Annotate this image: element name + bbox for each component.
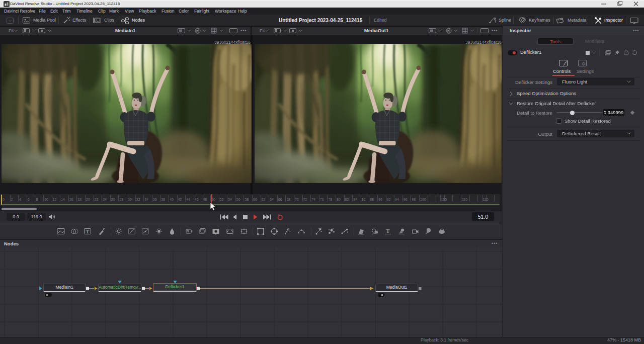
svg-text:T: T — [386, 228, 390, 234]
svg-text:T: T — [86, 229, 89, 234]
